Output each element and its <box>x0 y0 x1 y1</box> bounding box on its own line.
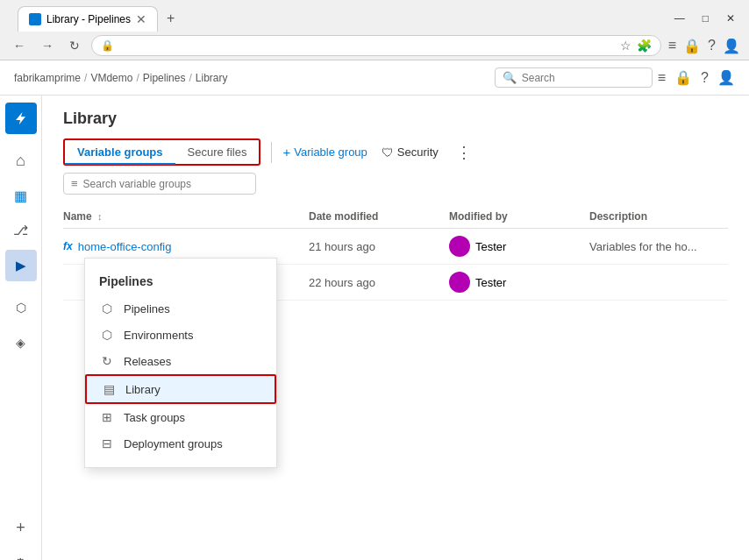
app-top-bar: fabrikamprime / VMdemo / Pipelines / Lib… <box>0 60 749 96</box>
flyout-item-library[interactable]: ▤ Library <box>85 374 276 404</box>
library-menu-icon: ▤ <box>101 382 117 396</box>
repos-icon: ⎇ <box>13 223 28 238</box>
back-button[interactable]: ← <box>9 37 30 54</box>
browser-profile-icon[interactable]: 👤 <box>723 38 740 54</box>
star-icon[interactable]: ☆ <box>620 39 631 53</box>
flyout-task-groups-label: Task groups <box>124 411 185 424</box>
deployment-groups-menu-icon: ⊟ <box>99 436 115 450</box>
user-settings-icon[interactable]: 👤 <box>717 69 735 86</box>
plus-icon: + <box>16 519 25 537</box>
nav-icon-home[interactable]: ⌂ <box>5 145 37 176</box>
extension-icon[interactable]: 🧩 <box>637 39 652 53</box>
minimize-button[interactable]: — <box>669 11 690 26</box>
pipelines-menu-icon: ⬡ <box>99 301 115 315</box>
row2-modified-by: Tester <box>449 272 589 293</box>
new-tab-button[interactable]: + <box>158 5 183 32</box>
flyout-deployment-groups-label: Deployment groups <box>124 437 223 450</box>
sort-icon-name[interactable]: ↕ <box>97 211 103 222</box>
flyout-library-label: Library <box>125 383 160 396</box>
breadcrumb-project[interactable]: VMdemo <box>90 72 132 84</box>
shield-icon[interactable]: 🔒 <box>674 69 692 86</box>
tab-close-button[interactable]: ✕ <box>136 12 146 26</box>
breadcrumb-sep-1: / <box>84 72 87 84</box>
nav-icon-repos[interactable]: ⎇ <box>5 215 37 246</box>
main-content: Library Variable groups Secure files + V… <box>42 96 749 560</box>
page-title: Library <box>63 110 728 128</box>
add-variable-group-button[interactable]: + Variable group <box>282 145 367 159</box>
more-options-icon[interactable]: ⋮ <box>456 143 472 162</box>
browser-toolbar-icons: ≡ 🔒 ? 👤 <box>668 38 740 54</box>
help-icon[interactable]: ? <box>701 70 709 86</box>
row1-tester-name: Tester <box>475 240 506 253</box>
nav-icon-pipelines[interactable]: ▶ <box>5 250 37 281</box>
flyout-item-pipelines[interactable]: ⬡ Pipelines <box>85 295 276 322</box>
row2-avatar <box>449 272 470 293</box>
content-area: Library Variable groups Secure files + V… <box>42 96 749 560</box>
settings-icon: ⚙ <box>15 556 26 560</box>
browser-chrome: Library - Pipelines ✕ + — □ ✕ ← → ↻ 🔒 de… <box>0 0 749 60</box>
row1-name-cell: fx home-office-config <box>63 240 309 253</box>
security-shield-icon: 🛡 <box>382 145 394 159</box>
address-bar[interactable]: 🔒 dev.azure.com/fabrikamprime/VMdemo/_li… <box>91 35 661 56</box>
title-bar: Library - Pipelines ✕ + — □ ✕ <box>0 0 749 32</box>
global-search-input[interactable] <box>522 72 645 84</box>
nav-icon-boards[interactable]: ▦ <box>5 180 37 211</box>
nav-icon-test-plans[interactable]: ⬡ <box>5 292 37 323</box>
col-header-modified-by: Modified by <box>449 210 589 223</box>
left-nav: ⌂ ▦ ⎇ ▶ ⬡ ◈ + ⚙ <box>0 96 42 560</box>
test-plans-icon: ⬡ <box>16 301 26 315</box>
list-icon[interactable]: ≡ <box>658 70 666 86</box>
search-variable-icon: ≡ <box>71 177 78 190</box>
nav-icon-artifacts[interactable]: ◈ <box>5 327 37 358</box>
close-window-button[interactable]: ✕ <box>721 11 740 26</box>
breadcrumb-pipelines[interactable]: Pipelines <box>143 72 186 84</box>
table-header: Name ↕ Date modified Modified by Descrip… <box>63 205 728 229</box>
nav-icon-settings[interactable]: ⚙ <box>5 547 37 560</box>
variable-group-search-box[interactable]: ≡ <box>63 173 256 195</box>
add-variable-group-icon: + <box>282 145 290 159</box>
browser-lock-icon[interactable]: 🔒 <box>683 38 701 54</box>
flyout-item-deployment-groups[interactable]: ⊟ Deployment groups <box>85 430 276 457</box>
releases-menu-icon: ↻ <box>99 354 115 368</box>
tab-variable-groups[interactable]: Variable groups <box>65 140 175 164</box>
flyout-environments-label: Environments <box>124 329 193 342</box>
flyout-title: Pipelines <box>85 269 276 295</box>
maximize-button[interactable]: □ <box>697 11 714 26</box>
row2-date: 22 hours ago <box>309 276 449 289</box>
flyout-item-releases[interactable]: ↻ Releases <box>85 348 276 374</box>
breadcrumb-org[interactable]: fabrikamprime <box>14 72 81 84</box>
home-icon: ⌂ <box>16 152 25 170</box>
search-icon: 🔍 <box>503 71 517 84</box>
browser-help-icon[interactable]: ? <box>708 38 716 53</box>
refresh-button[interactable]: ↻ <box>65 37 84 54</box>
environments-menu-icon: ⬡ <box>99 328 115 342</box>
row1-modified-by: Tester <box>449 236 589 257</box>
lock-icon: 🔒 <box>101 39 114 52</box>
flyout-releases-label: Releases <box>124 355 171 368</box>
url-input[interactable]: dev.azure.com/fabrikamprime/VMdemo/_libr… <box>119 39 615 52</box>
browser-menu-icon[interactable]: ≡ <box>668 38 676 53</box>
breadcrumb-sep-3: / <box>189 72 191 84</box>
variable-group-search-input[interactable] <box>83 178 248 190</box>
security-button[interactable]: 🛡 Security <box>382 145 439 159</box>
nav-icon-plus[interactable]: + <box>5 512 37 543</box>
flyout-pipelines-label: Pipelines <box>124 302 170 315</box>
active-tab[interactable]: Library - Pipelines ✕ <box>18 6 158 32</box>
pipelines-icon: ▶ <box>16 258 26 273</box>
tab-secure-files[interactable]: Secure files <box>175 140 260 164</box>
flyout-item-task-groups[interactable]: ⊞ Task groups <box>85 404 276 430</box>
security-label: Security <box>397 145 439 159</box>
window-controls: — □ ✕ <box>669 11 740 26</box>
flyout-item-environments[interactable]: ⬡ Environments <box>85 322 276 348</box>
tab-favicon <box>29 13 41 25</box>
nav-icon-azure[interactable] <box>5 103 37 134</box>
breadcrumb-library[interactable]: Library <box>196 72 228 84</box>
row1-fx-icon: fx <box>63 240 73 252</box>
row1-description: Variables for the ho... <box>589 240 728 253</box>
tab-secure-files-label: Secure files <box>188 145 247 159</box>
breadcrumb: fabrikamprime / VMdemo / Pipelines / Lib… <box>14 72 489 84</box>
global-search-box[interactable]: 🔍 <box>495 67 653 88</box>
row1-name[interactable]: home-office-config <box>78 240 172 253</box>
tab-bar: Library - Pipelines ✕ + <box>9 5 192 32</box>
forward-button[interactable]: → <box>37 37 58 54</box>
